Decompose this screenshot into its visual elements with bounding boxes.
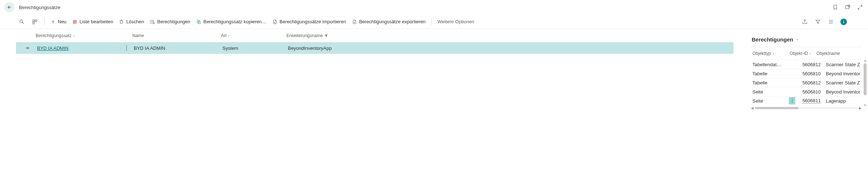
list-view-icon[interactable] xyxy=(31,18,39,25)
svg-rect-7 xyxy=(73,23,75,23)
info-icon[interactable]: i xyxy=(840,19,847,25)
scroll-right-icon[interactable]: ▶ xyxy=(859,106,861,110)
cell-object-name: Scanner State Zeile xyxy=(821,80,860,85)
chevron-down-icon xyxy=(795,37,799,41)
share-icon[interactable] xyxy=(801,18,808,25)
cell-object-name: Scanner State Zeile xyxy=(821,62,860,67)
cell-object-type: Tabellendat… xyxy=(752,62,789,67)
copy-permset-label: Berechtigungssatz kopieren… xyxy=(204,19,266,24)
factbox-header[interactable]: Berechtigungen xyxy=(752,36,861,43)
col-header-extension[interactable]: Erweiterungsname xyxy=(286,33,734,38)
cell-object-id: 5606811 xyxy=(798,98,821,104)
col-header-label: Berechtigungssatz xyxy=(36,33,72,38)
scroll-up-icon[interactable]: ▲ xyxy=(864,59,867,62)
permissions-label: Berechtigungen xyxy=(157,19,190,24)
delete-label: Löschen xyxy=(126,19,144,24)
col-header-permission-set[interactable]: Berechtigungssatz ↑ xyxy=(36,33,132,38)
export-label: Berechtigungssätze exportieren xyxy=(359,19,426,24)
copy-permset-button[interactable]: Berechtigungssatz kopieren… xyxy=(196,19,266,24)
factbox: Berechtigungen Objekttyp ↑ Objekt-ID ↑ O… xyxy=(748,29,868,187)
toolbar: Neu Liste bearbeiten Löschen Berechtigun… xyxy=(0,15,868,29)
scroll-down-icon[interactable]: ▼ xyxy=(864,104,867,107)
factbox-row[interactable]: Tabelle5606812Scanner State Zeile xyxy=(751,78,861,87)
svg-rect-2 xyxy=(33,20,35,21)
row-indicator-icon xyxy=(16,45,37,51)
popout-icon[interactable] xyxy=(844,4,851,11)
export-button[interactable]: Berechtigungssätze exportieren xyxy=(352,19,426,24)
filter-icon[interactable] xyxy=(814,18,821,25)
collapse-icon[interactable] xyxy=(856,4,864,11)
col-header-label: Name xyxy=(132,33,144,38)
cell-name: BYD IA ADMIN xyxy=(134,45,222,51)
cell-object-id: 5606812 xyxy=(798,62,821,67)
titlebar: Berechtigungssätze xyxy=(0,0,868,15)
svg-rect-0 xyxy=(845,6,849,9)
svg-point-1 xyxy=(20,20,23,23)
page-title: Berechtigungssätze xyxy=(19,5,60,10)
svg-rect-3 xyxy=(35,20,37,21)
cell-object-type: Tabelle xyxy=(752,71,789,76)
svg-rect-6 xyxy=(73,21,76,22)
svg-point-28 xyxy=(792,100,792,101)
factbox-row[interactable]: Tabelle5606810Beyond Inventory App Einri… xyxy=(751,69,861,78)
scrollbar-vertical[interactable]: ▲ ▼ xyxy=(864,60,867,106)
factbox-row[interactable]: Seite5606811Lagerapp xyxy=(751,96,861,105)
search-icon[interactable] xyxy=(18,18,25,25)
col-header-label: Art xyxy=(221,33,226,38)
cell-object-type: Seite xyxy=(752,98,789,104)
scroll-thumb[interactable] xyxy=(864,63,867,95)
filter-applied-icon xyxy=(324,34,328,38)
factbox-row[interactable]: Tabellendat…5606812Scanner State Zeile xyxy=(751,60,861,69)
scrollbar-horizontal[interactable]: ◀ ▶ xyxy=(751,106,861,110)
cell-object-name: Lagerapp xyxy=(821,98,860,104)
cell-object-id: 5606810 xyxy=(798,89,821,95)
factbox-title: Berechtigungen xyxy=(752,36,793,43)
bookmark-icon[interactable] xyxy=(832,4,839,11)
svg-point-27 xyxy=(792,99,792,100)
delete-button[interactable]: Löschen xyxy=(119,19,144,24)
col-header-label: Objekttyp xyxy=(752,51,771,56)
sort-asc-icon: ↑ xyxy=(73,34,75,38)
grid-header: Berechtigungssatz ↑ Name Art ↑ Erweiteru… xyxy=(15,29,734,42)
sort-asc-icon: ↑ xyxy=(228,34,230,38)
cell-object-id: 5606812 xyxy=(798,80,821,85)
new-label: Neu xyxy=(58,19,67,24)
cell-object-name: Beyond Inventory App Einrich xyxy=(821,71,860,76)
cell-object-id: 5606810 xyxy=(798,71,821,76)
sort-asc-icon: ↑ xyxy=(772,52,774,56)
svg-rect-5 xyxy=(73,20,76,21)
more-options-button[interactable]: Weitere Optionen xyxy=(438,19,474,24)
new-button[interactable]: Neu xyxy=(51,19,67,24)
factbox-header-row: Objekttyp ↑ Objekt-ID ↑ Objektname xyxy=(751,47,861,60)
fb-col-object-id[interactable]: Objekt-ID ↑ xyxy=(789,51,811,56)
factbox-table: Objekttyp ↑ Objekt-ID ↑ Objektname Tabel… xyxy=(751,47,861,110)
svg-rect-4 xyxy=(33,22,35,24)
fb-col-object-name[interactable]: Objektname xyxy=(811,51,860,56)
back-button[interactable] xyxy=(4,2,15,12)
scroll-thumb[interactable] xyxy=(755,107,799,109)
fb-col-object-type[interactable]: Objekttyp ↑ xyxy=(752,51,789,56)
cell-object-type: Tabelle xyxy=(752,80,789,85)
cell-extension: BeyondInventoryApp xyxy=(288,45,734,51)
edit-list-label: Liste bearbeiten xyxy=(80,19,113,24)
cell-type: System xyxy=(222,45,288,51)
permission-set-link[interactable]: BYD IA ADMIN xyxy=(37,45,69,51)
grid: Berechtigungssatz ↑ Name Art ↑ Erweiteru… xyxy=(0,29,748,187)
row-menu-icon[interactable] xyxy=(789,97,795,104)
import-button[interactable]: Berechtigungssätze importieren xyxy=(272,19,346,24)
col-header-label: Objekt-ID xyxy=(789,51,808,56)
list-mode-icon[interactable] xyxy=(827,18,835,25)
col-header-name[interactable]: Name xyxy=(132,33,221,38)
import-label: Berechtigungssätze importieren xyxy=(280,19,346,24)
col-header-label: Erweiterungsname xyxy=(286,33,323,38)
col-header-type[interactable]: Art ↑ xyxy=(221,33,286,38)
edit-list-button[interactable]: Liste bearbeiten xyxy=(72,19,113,24)
table-row[interactable]: BYD IA ADMIN BYD IA ADMIN System BeyondI… xyxy=(16,42,734,54)
cell-object-name: Beyond Inventory App Einrich xyxy=(821,89,860,95)
scroll-left-icon[interactable]: ◀ xyxy=(751,106,754,110)
cell-object-type: Seite xyxy=(752,89,789,95)
permissions-button[interactable]: Berechtigungen xyxy=(150,19,190,24)
factbox-row[interactable]: Seite5606810Beyond Inventory App Einrich xyxy=(751,87,861,96)
col-header-label: Objektname xyxy=(816,51,840,56)
svg-point-29 xyxy=(792,102,792,103)
